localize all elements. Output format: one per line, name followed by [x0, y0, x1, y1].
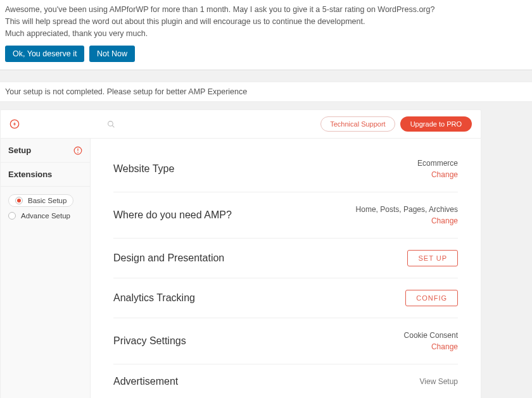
- radio-icon: [15, 197, 23, 204]
- notice-line-1: Awesome, you've been using AMPforWP for …: [5, 4, 527, 16]
- row-title: Where do you need AMP?: [113, 209, 232, 221]
- search-icon[interactable]: [107, 120, 115, 128]
- sidebar-item-extensions[interactable]: Extensions: [1, 163, 90, 187]
- svg-line-2: [112, 125, 114, 127]
- rating-notice: Awesome, you've been using AMPforWP for …: [0, 0, 532, 70]
- radio-basic-setup[interactable]: Basic Setup: [8, 192, 82, 209]
- settings-panel: Technical Support Upgrade to PRO Setup E…: [0, 109, 481, 398]
- svg-point-5: [77, 152, 79, 153]
- row-analytics: Analytics Tracking CONFIG: [113, 278, 458, 318]
- row-need-amp: Where do you need AMP? Home, Posts, Page…: [113, 192, 458, 239]
- change-link[interactable]: Change: [404, 341, 458, 352]
- row-title: Privacy Settings: [113, 335, 186, 347]
- radio-icon: [8, 212, 16, 220]
- row-advertisement: Advertisement View Setup: [113, 364, 458, 398]
- notice-line-3: Much appreciated, thank you very much.: [5, 28, 527, 40]
- sidebar-item-setup[interactable]: Setup: [1, 139, 90, 163]
- warning-icon: [73, 146, 82, 155]
- amp-logo-icon: [10, 119, 20, 129]
- radio-basic-label: Basic Setup: [28, 197, 66, 204]
- row-title: Website Type: [113, 163, 174, 175]
- sidebar-setup-label: Setup: [8, 146, 31, 155]
- radio-advance-label: Advance Setup: [21, 212, 70, 220]
- row-title: Analytics Tracking: [113, 292, 195, 304]
- row-value: Ecommerce: [417, 159, 458, 168]
- notice-line-2: This will help spread the word out about…: [5, 16, 527, 28]
- svg-point-1: [108, 121, 113, 126]
- config-button[interactable]: CONFIG: [405, 290, 458, 306]
- row-value: Cookie Consent: [404, 331, 458, 340]
- sidebar-extensions-label: Extensions: [8, 170, 52, 179]
- row-privacy: Privacy Settings Cookie Consent Change: [113, 318, 458, 364]
- view-setup-link[interactable]: View Setup: [420, 377, 459, 386]
- sidebar: Setup Extensions Basic Setup Advance Set: [1, 139, 91, 398]
- upgrade-pro-button[interactable]: Upgrade to PRO: [400, 116, 472, 132]
- row-website-type: Website Type Ecommerce Change: [113, 151, 458, 192]
- setup-button[interactable]: SET UP: [407, 250, 458, 266]
- row-title: Design and Presentation: [113, 252, 224, 264]
- not-now-button[interactable]: Not Now: [89, 46, 135, 62]
- setup-incomplete-notice: Your setup is not completed. Please setu…: [0, 82, 532, 102]
- technical-support-button[interactable]: Technical Support: [320, 116, 395, 132]
- change-link[interactable]: Change: [356, 215, 458, 227]
- radio-advance-setup[interactable]: Advance Setup: [8, 209, 82, 222]
- row-design: Design and Presentation SET UP: [113, 239, 458, 278]
- change-link[interactable]: Change: [417, 169, 458, 180]
- main-content: Website Type Ecommerce Change Where do y…: [91, 139, 481, 398]
- row-title: Advertisement: [113, 376, 178, 387]
- row-value: Home, Posts, Pages, Archives: [356, 205, 458, 214]
- ok-button[interactable]: Ok, You deserve it: [5, 46, 84, 62]
- top-bar: Technical Support Upgrade to PRO: [1, 110, 481, 139]
